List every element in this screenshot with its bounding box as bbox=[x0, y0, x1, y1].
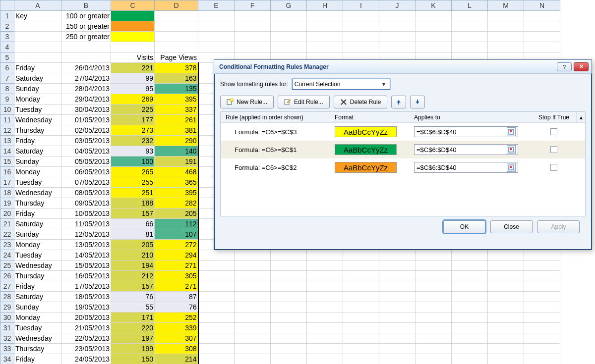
cell-D18[interactable]: 395 bbox=[155, 188, 198, 198]
row-header[interactable]: 26 bbox=[0, 271, 14, 281]
cell-B22[interactable]: 12/05/2013 bbox=[61, 229, 111, 240]
col-header-L[interactable]: L bbox=[452, 0, 488, 11]
col-header-H[interactable]: H bbox=[307, 0, 343, 11]
cell-C31[interactable]: 220 bbox=[111, 323, 155, 333]
cell-N29[interactable] bbox=[524, 302, 560, 312]
cell-G26[interactable] bbox=[271, 271, 307, 281]
cell-M27[interactable] bbox=[488, 281, 524, 292]
cell-B26[interactable]: 16/05/2013 bbox=[61, 271, 111, 281]
cell-E30[interactable] bbox=[198, 312, 235, 323]
cell-J30[interactable] bbox=[379, 312, 416, 323]
cell-C11[interactable]: 177 bbox=[111, 115, 155, 125]
cell-C6[interactable]: 221 bbox=[111, 63, 155, 73]
cell-I25[interactable] bbox=[343, 260, 379, 271]
cell-L34[interactable] bbox=[452, 354, 488, 364]
cell-C14[interactable]: 93 bbox=[111, 146, 155, 156]
cell-C30[interactable]: 171 bbox=[111, 312, 155, 323]
cell-D27[interactable]: 271 bbox=[155, 281, 198, 292]
cell-A26[interactable]: Thursday bbox=[14, 271, 61, 281]
cell-M29[interactable] bbox=[488, 302, 524, 312]
cell-H27[interactable] bbox=[307, 281, 343, 292]
cell-H1[interactable] bbox=[307, 11, 343, 21]
cell-J27[interactable] bbox=[379, 281, 416, 292]
cell-D8[interactable]: 135 bbox=[155, 84, 198, 94]
row-header[interactable]: 22 bbox=[0, 229, 14, 240]
cell-D9[interactable]: 395 bbox=[155, 94, 198, 104]
cell-C15[interactable]: 100 bbox=[111, 156, 155, 167]
cell-F32[interactable] bbox=[235, 333, 271, 344]
cell-C18[interactable]: 251 bbox=[111, 188, 155, 198]
cell-F29[interactable] bbox=[235, 302, 271, 312]
select-all-corner[interactable] bbox=[0, 0, 14, 11]
cell-J31[interactable] bbox=[379, 323, 416, 333]
cell-E3[interactable] bbox=[198, 32, 235, 42]
new-rule-button[interactable]: New Rule... bbox=[220, 96, 274, 108]
cell-C5[interactable]: Visits bbox=[111, 52, 155, 63]
cell-G30[interactable] bbox=[271, 312, 307, 323]
cell-C4[interactable] bbox=[111, 42, 155, 52]
cell-J1[interactable] bbox=[379, 11, 416, 21]
row-header[interactable]: 10 bbox=[0, 104, 14, 115]
cell-I27[interactable] bbox=[343, 281, 379, 292]
cell-M33[interactable] bbox=[488, 344, 524, 354]
cell-B4[interactable] bbox=[61, 42, 111, 52]
cell-C29[interactable]: 55 bbox=[111, 302, 155, 312]
cell-E33[interactable] bbox=[198, 344, 235, 354]
cell-N28[interactable] bbox=[524, 292, 560, 302]
cell-I31[interactable] bbox=[343, 323, 379, 333]
cell-H2[interactable] bbox=[307, 21, 343, 32]
cell-H24[interactable] bbox=[307, 250, 343, 260]
cell-A28[interactable]: Saturday bbox=[14, 292, 61, 302]
stop-if-true-checkbox[interactable] bbox=[550, 128, 557, 135]
cell-H32[interactable] bbox=[307, 333, 343, 344]
cell-A7[interactable]: Saturday bbox=[14, 73, 61, 84]
cell-A2[interactable] bbox=[14, 21, 61, 32]
cell-D22[interactable]: 107 bbox=[155, 229, 198, 240]
cell-D23[interactable]: 272 bbox=[155, 240, 198, 250]
cell-A23[interactable]: Monday bbox=[14, 240, 61, 250]
row-header[interactable]: 25 bbox=[0, 260, 14, 271]
cell-J33[interactable] bbox=[379, 344, 416, 354]
rule-row[interactable]: Formula: =C6>=$C$2AaBbCcYyZz=$C$6:$D$40 bbox=[221, 158, 585, 176]
row-header[interactable]: 13 bbox=[0, 136, 14, 146]
cell-N33[interactable] bbox=[524, 344, 560, 354]
cell-L1[interactable] bbox=[452, 11, 488, 21]
cell-C2[interactable] bbox=[111, 21, 155, 32]
cell-B28[interactable]: 18/05/2013 bbox=[61, 292, 111, 302]
cell-I4[interactable] bbox=[343, 42, 379, 52]
row-header[interactable]: 17 bbox=[0, 177, 14, 188]
cell-A8[interactable]: Sunday bbox=[14, 84, 61, 94]
cell-A12[interactable]: Thursday bbox=[14, 125, 61, 136]
cell-B34[interactable]: 24/05/2013 bbox=[61, 354, 111, 364]
row-header[interactable]: 28 bbox=[0, 292, 14, 302]
cell-N27[interactable] bbox=[524, 281, 560, 292]
col-header-I[interactable]: I bbox=[343, 0, 379, 11]
cell-B15[interactable]: 05/05/2013 bbox=[61, 156, 111, 167]
cell-M31[interactable] bbox=[488, 323, 524, 333]
cell-B21[interactable]: 11/05/2013 bbox=[61, 219, 111, 229]
row-header[interactable]: 16 bbox=[0, 167, 14, 177]
cell-D6[interactable]: 378 bbox=[155, 63, 198, 73]
cell-L26[interactable] bbox=[452, 271, 488, 281]
cell-J2[interactable] bbox=[379, 21, 416, 32]
cell-A5[interactable] bbox=[14, 52, 61, 63]
range-picker-icon[interactable] bbox=[507, 163, 516, 172]
row-header[interactable]: 4 bbox=[0, 42, 14, 52]
cell-M32[interactable] bbox=[488, 333, 524, 344]
cell-N32[interactable] bbox=[524, 333, 560, 344]
cell-B9[interactable]: 29/04/2013 bbox=[61, 94, 111, 104]
cell-G4[interactable] bbox=[271, 42, 307, 52]
cell-F24[interactable] bbox=[235, 250, 271, 260]
applies-to-input[interactable]: =$C$6:$D$40 bbox=[414, 162, 518, 173]
cell-B8[interactable]: 28/04/2013 bbox=[61, 84, 111, 94]
cell-G25[interactable] bbox=[271, 260, 307, 271]
cell-L25[interactable] bbox=[452, 260, 488, 271]
cell-N2[interactable] bbox=[524, 21, 560, 32]
cell-A29[interactable]: Sunday bbox=[14, 302, 61, 312]
row-header[interactable]: 27 bbox=[0, 281, 14, 292]
cell-B13[interactable]: 03/05/2013 bbox=[61, 136, 111, 146]
ok-button[interactable]: OK bbox=[443, 220, 485, 233]
cell-J25[interactable] bbox=[379, 260, 416, 271]
cell-A13[interactable]: Friday bbox=[14, 136, 61, 146]
cell-N24[interactable] bbox=[524, 250, 560, 260]
